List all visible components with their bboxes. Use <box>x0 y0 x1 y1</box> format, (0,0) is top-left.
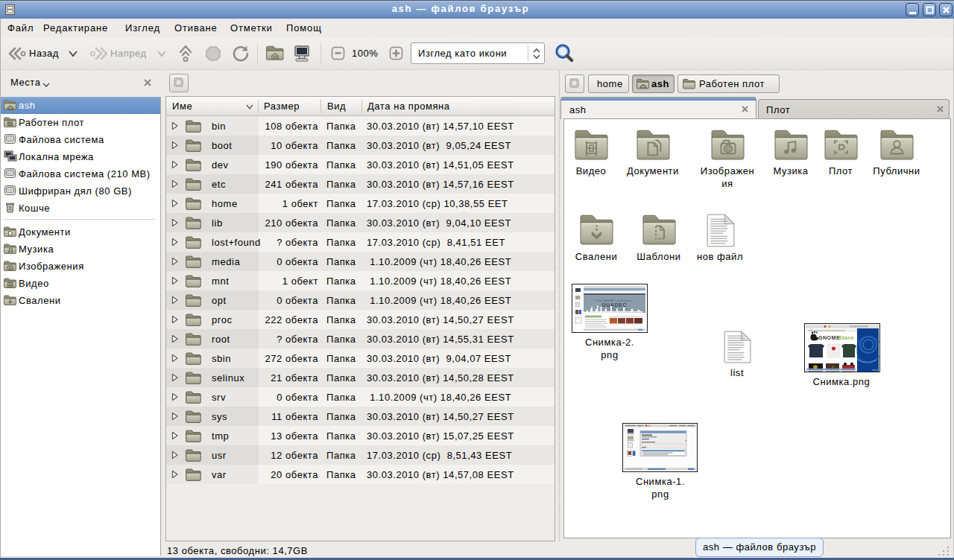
svg-text:Store: Store <box>838 335 854 340</box>
svg-text:GUADEC: GUADEC <box>601 302 627 308</box>
svg-text:GNOME: GNOME <box>818 335 840 340</box>
